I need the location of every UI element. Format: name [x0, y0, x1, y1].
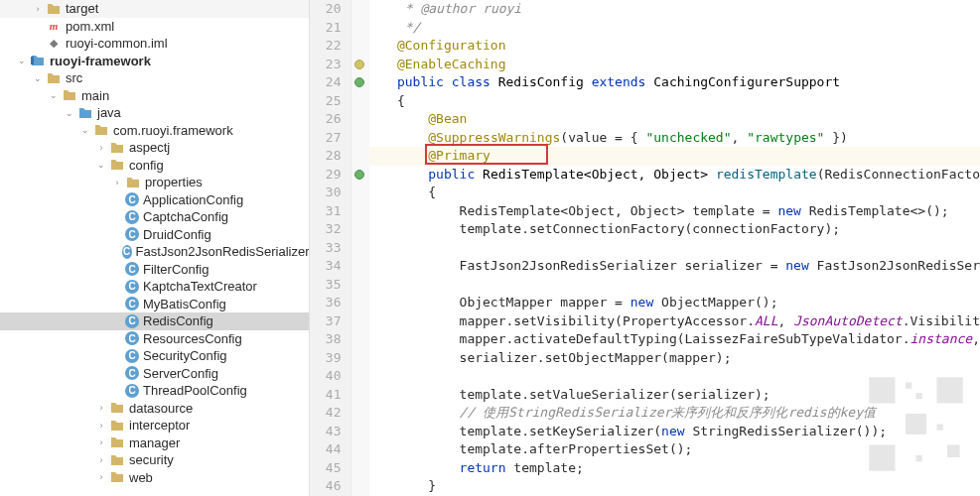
- class-icon: C: [125, 192, 139, 206]
- expand-arrow[interactable]: ›: [95, 402, 107, 414]
- line-number: 27: [310, 129, 341, 148]
- tree-item-target[interactable]: ›target: [0, 0, 309, 18]
- code-line[interactable]: ObjectMapper mapper = new ObjectMapper()…: [369, 294, 980, 312]
- tree-item-main[interactable]: ⌄main: [0, 87, 309, 105]
- expand-arrow[interactable]: ›: [95, 436, 107, 448]
- tree-item-mybatisconfig[interactable]: CMyBatisConfig: [0, 296, 309, 313]
- tree-item-threadpoolconfig[interactable]: CThreadPoolConfig: [0, 382, 309, 400]
- class-icon: C: [125, 280, 139, 294]
- expand-arrow: [111, 193, 123, 205]
- expand-arrow[interactable]: ›: [95, 142, 107, 154]
- code-line[interactable]: serializer.setObjectMapper(mapper);: [369, 349, 980, 368]
- tree-item-datasource[interactable]: ›datasource: [0, 400, 309, 418]
- expand-arrow[interactable]: ⌄: [64, 107, 75, 119]
- code-line[interactable]: {: [369, 184, 980, 202]
- code-line[interactable]: }: [369, 477, 980, 496]
- tree-item-aspectj[interactable]: ›aspectj: [0, 139, 309, 157]
- expand-arrow[interactable]: ›: [95, 471, 107, 483]
- code-line[interactable]: RedisTemplate<Object, Object> template =…: [369, 202, 980, 221]
- folder-icon: [109, 140, 125, 156]
- code-line[interactable]: {: [369, 92, 980, 111]
- code-line[interactable]: mapper.setVisibility(PropertyAccessor.AL…: [369, 312, 980, 331]
- tree-item-properties[interactable]: ›properties: [0, 174, 309, 191]
- tree-item-manager[interactable]: ›manager: [0, 434, 309, 452]
- line-number: 30: [310, 184, 341, 202]
- expand-arrow[interactable]: ⌄: [16, 55, 28, 66]
- tree-label: CaptchaConfig: [143, 209, 228, 224]
- folder-icon: [46, 1, 62, 17]
- folder-icon: [77, 105, 93, 121]
- tree-item-resourcesconfig[interactable]: CResourcesConfig: [0, 330, 309, 348]
- tree-item-java[interactable]: ⌄java: [0, 104, 309, 122]
- tree-item-securityconfig[interactable]: CSecurityConfig: [0, 347, 309, 365]
- tree-item-fastjson2jsonredisserializer[interactable]: CFastJson2JsonRedisSerializer: [0, 243, 309, 261]
- tree-item-druidconfig[interactable]: CDruidConfig: [0, 226, 309, 244]
- code-line[interactable]: [369, 239, 980, 258]
- code-area[interactable]: * @author ruoyi */ @Configuration @Enabl…: [369, 0, 980, 496]
- expand-arrow[interactable]: ›: [95, 454, 107, 466]
- svg-rect-7: [937, 425, 943, 431]
- gutter-icon[interactable]: [354, 60, 364, 69]
- tree-label: ServerConfig: [143, 366, 218, 381]
- code-line[interactable]: public RedisTemplate<Object, Object> red…: [369, 166, 980, 185]
- expand-arrow[interactable]: ⌄: [32, 72, 44, 84]
- line-number: 37: [310, 312, 341, 331]
- code-line[interactable]: template.setConnectionFactory(connection…: [369, 220, 980, 239]
- expand-arrow[interactable]: ›: [95, 420, 107, 432]
- maven-icon: m: [46, 18, 62, 34]
- code-line[interactable]: public class RedisConfig extends Caching…: [369, 73, 980, 92]
- tree-label: ruoyi-common.iml: [66, 36, 168, 51]
- line-number: 43: [310, 423, 341, 441]
- line-number: 36: [310, 294, 341, 312]
- project-tree[interactable]: ›targetmpom.xml◆ruoyi-common.iml⌄ruoyi-f…: [0, 0, 310, 496]
- line-number: 28: [310, 147, 341, 166]
- tree-label: SecurityConfig: [143, 348, 227, 363]
- tree-item-config[interactable]: ⌄config: [0, 157, 309, 175]
- code-editor[interactable]: 2021222324252627282930313233343536373839…: [310, 0, 980, 496]
- folder-icon: [93, 122, 109, 138]
- code-line[interactable]: */: [369, 19, 980, 38]
- tree-label: ResourcesConfig: [143, 331, 242, 346]
- tree-item-serverconfig[interactable]: CServerConfig: [0, 365, 309, 383]
- tree-item-security[interactable]: ›security: [0, 451, 309, 469]
- gutter-marks: [351, 0, 369, 496]
- line-number: 32: [310, 220, 341, 239]
- tree-item-filterconfig[interactable]: CFilterConfig: [0, 261, 309, 279]
- code-line[interactable]: mapper.activateDefaultTyping(LaissezFair…: [369, 330, 980, 349]
- tree-item-src[interactable]: ⌄src: [0, 69, 309, 87]
- code-line[interactable]: * @author ruoyi: [369, 0, 980, 19]
- qr-watermark: [864, 372, 968, 476]
- gutter-icon[interactable]: [354, 170, 364, 180]
- tree-item-pom-xml[interactable]: mpom.xml: [0, 18, 309, 36]
- code-line[interactable]: FastJson2JsonRedisSerializer serializer …: [369, 257, 980, 276]
- line-number: 21: [310, 19, 341, 38]
- folder-icon: [125, 175, 141, 190]
- expand-arrow[interactable]: ⌄: [79, 124, 91, 136]
- code-line[interactable]: @Configuration: [369, 37, 980, 56]
- class-icon: C: [125, 262, 139, 276]
- code-line[interactable]: @EnableCaching: [369, 56, 980, 74]
- gutter-icon[interactable]: [354, 77, 364, 87]
- tree-item-kaptchatextcreator[interactable]: CKaptchaTextCreator: [0, 278, 309, 296]
- expand-arrow[interactable]: ›: [32, 3, 44, 15]
- code-line[interactable]: @SuppressWarnings(value = { "unchecked",…: [369, 129, 980, 148]
- class-icon: C: [125, 331, 139, 345]
- tree-item-com-ruoyi-framework[interactable]: ⌄com.ruoyi.framework: [0, 122, 309, 140]
- tree-item-captchaconfig[interactable]: CCaptchaConfig: [0, 208, 309, 226]
- code-line[interactable]: [369, 276, 980, 295]
- line-number: 31: [310, 202, 341, 221]
- expand-arrow[interactable]: ⌄: [48, 89, 60, 101]
- code-line[interactable]: @Primary: [369, 147, 980, 166]
- tree-item-ruoyi-framework[interactable]: ⌄ruoyi-framework: [0, 53, 309, 70]
- code-line[interactable]: @Bean: [369, 110, 980, 129]
- tree-item-applicationconfig[interactable]: CApplicationConfig: [0, 191, 309, 209]
- expand-arrow[interactable]: ⌄: [95, 159, 107, 171]
- tree-item-ruoyi-common-iml[interactable]: ◆ruoyi-common.iml: [0, 35, 309, 53]
- tree-item-web[interactable]: ›web: [0, 469, 309, 487]
- tree-label: FastJson2JsonRedisSerializer: [136, 244, 310, 259]
- tree-item-interceptor[interactable]: ›interceptor: [0, 417, 309, 434]
- expand-arrow[interactable]: ›: [111, 177, 123, 188]
- tree-label: aspectj: [129, 140, 170, 155]
- tree-item-redisconfig[interactable]: CRedisConfig: [0, 312, 309, 330]
- class-icon: C: [125, 210, 139, 224]
